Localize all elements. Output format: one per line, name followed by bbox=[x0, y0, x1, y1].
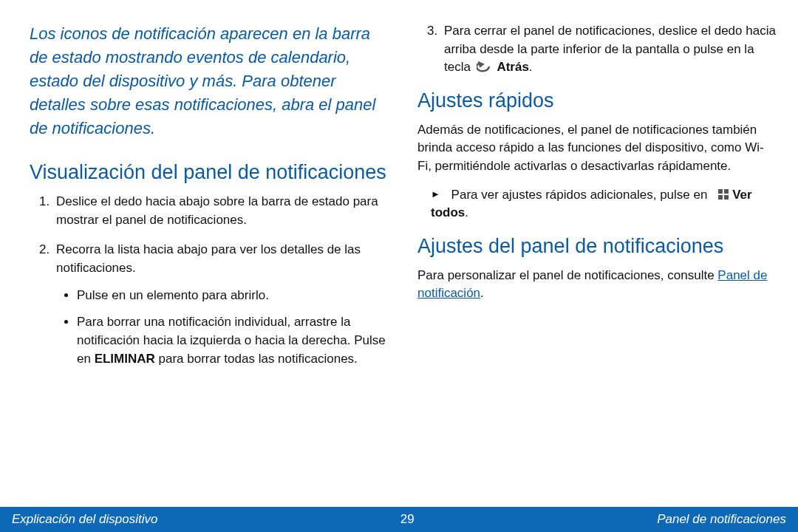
footer-right: Panel de notificaciones bbox=[657, 512, 786, 527]
step-2: Recorra la lista hacia abajo para ver lo… bbox=[53, 241, 388, 368]
back-icon bbox=[477, 60, 491, 72]
heading-quick-settings: Ajustes rápidos bbox=[417, 89, 776, 114]
eliminate-label: ELIMINAR bbox=[95, 352, 155, 366]
step-1: Deslice el dedo hacia abajo sobre la bar… bbox=[53, 193, 388, 229]
intro-paragraph: Los iconos de notificación aparecen en l… bbox=[30, 22, 388, 140]
steps-list-continued: Para cerrar el panel de notificaciones, … bbox=[417, 22, 776, 77]
steps-list: Deslice el dedo hacia abajo sobre la bar… bbox=[30, 193, 388, 368]
quick-settings-body: Además de notificaciones, el panel de no… bbox=[417, 121, 776, 176]
left-column: Los iconos de notificación aparecen en l… bbox=[30, 22, 388, 507]
bullet-open-item: Pulse en un elemento para abrirlo. bbox=[77, 287, 388, 305]
page-number: 29 bbox=[400, 512, 415, 527]
step-2-text: Recorra la lista hacia abajo para ver lo… bbox=[56, 242, 361, 275]
panel-settings-body: Para personalizar el panel de notificaci… bbox=[417, 267, 776, 303]
document-page: Los iconos de notificación aparecen en l… bbox=[0, 0, 798, 532]
step-3: Para cerrar el panel de notificaciones, … bbox=[441, 22, 776, 77]
page-footer: Explicación del dispositivo 29 Panel de … bbox=[0, 507, 798, 532]
content-area: Los iconos de notificación aparecen en l… bbox=[0, 0, 798, 507]
heading-panel-settings: Ajustes del panel de notificaciones bbox=[417, 234, 776, 259]
right-column: Para cerrar el panel de notificaciones, … bbox=[417, 22, 776, 507]
bullet-clear-notification: Para borrar una notificación individual,… bbox=[77, 313, 388, 368]
svg-marker-0 bbox=[477, 61, 484, 68]
grid-icon bbox=[718, 189, 729, 200]
arrow-list: Para ver ajustes rápidos adicionales, pu… bbox=[417, 186, 776, 222]
footer-left: Explicación del dispositivo bbox=[12, 512, 158, 527]
step-2-bullets: Pulse en un elemento para abrirlo. Para … bbox=[56, 287, 388, 369]
back-label: Atrás bbox=[497, 60, 528, 74]
heading-view-notification-panel: Visualización del panel de notificacione… bbox=[30, 160, 388, 185]
see-all-quick-settings: Para ver ajustes rápidos adicionales, pu… bbox=[431, 186, 776, 222]
